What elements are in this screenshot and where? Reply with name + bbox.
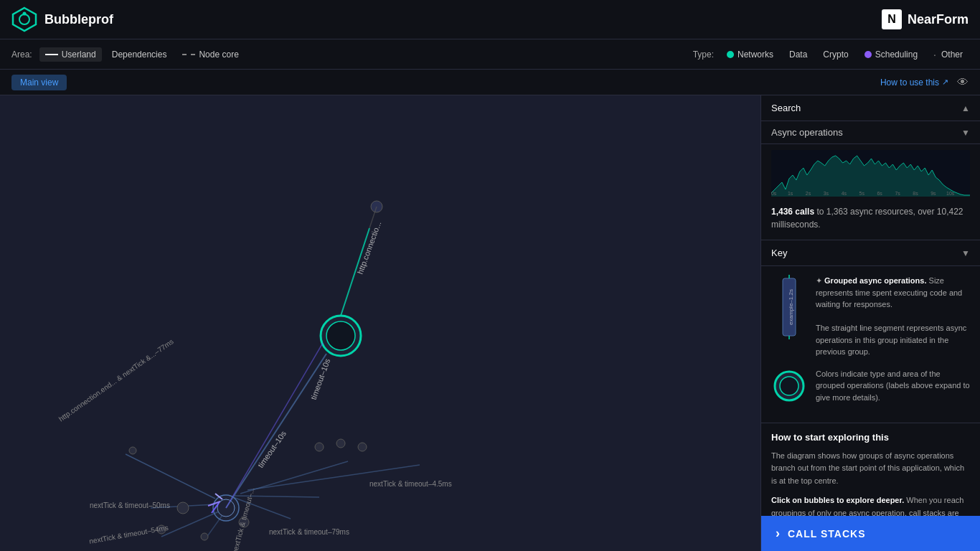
call-stacks-arrow-icon: › [776, 526, 781, 541]
svg-text:example–1.2s: example–1.2s [788, 289, 794, 325]
type-scheduling-label: Scheduling [875, 50, 918, 60]
chart-container: 0s 1s 2s 3s 4s 5s 6s 7s 8s 9s 10s [761, 144, 980, 199]
key-label: Key [771, 248, 787, 258]
search-section-header[interactable]: Search ▲ [761, 95, 980, 121]
scheduling-dot-icon [864, 51, 872, 58]
svg-text:0s: 0s [771, 191, 777, 196]
type-scheduling[interactable]: Scheduling [859, 47, 923, 62]
app-title: Bubbleprof [44, 12, 113, 27]
area-dependencies[interactable]: Dependencies [106, 47, 173, 62]
svg-text:4s: 4s [842, 191, 847, 196]
svg-point-14 [336, 439, 345, 448]
type-networks[interactable]: Networks [721, 47, 779, 62]
svg-point-15 [358, 443, 367, 451]
svg-text:6s: 6s [877, 191, 882, 196]
explore-title: How to start exploring this [771, 432, 970, 443]
explore-text1: The diagram shows how groups of async op… [771, 450, 970, 488]
viz-svg: http.connectio... timeout–10s timeout–10… [0, 95, 760, 551]
svg-text:5s: 5s [859, 191, 865, 196]
key-grouped-row: example–1.2s ✦ Grouped async operations.… [771, 275, 970, 358]
svg-text:2s: 2s [806, 191, 811, 196]
type-other[interactable]: · Other [928, 47, 969, 62]
eye-icon[interactable]: 👁 [957, 76, 969, 89]
stats-text: 1,436 calls to 1,363 async resources, ov… [761, 199, 980, 240]
key-content: example–1.2s ✦ Grouped async operations.… [761, 266, 980, 423]
type-data-label: Data [789, 50, 807, 60]
type-data[interactable]: Data [783, 47, 813, 62]
main-content: http.connectio... timeout–10s timeout–10… [0, 95, 980, 551]
explore-text2-strong: Click on bubbles to explore deeper. [771, 496, 904, 504]
type-crypto[interactable]: Crypto [817, 47, 854, 62]
svg-text:8s: 8s [913, 191, 918, 196]
key-colors-desc: Colors indicate type and area of the gro… [816, 368, 970, 404]
key-colors-row: Colors indicate type and area of the gro… [771, 368, 970, 404]
networks-dot-icon [727, 51, 734, 58]
call-stacks-button[interactable]: › CALL STACKS [761, 516, 980, 551]
bubbleprof-logo-icon [11, 6, 37, 32]
other-dot-icon: · [933, 49, 936, 60]
area-nodecore-label: Node core [199, 50, 238, 60]
area-node-core[interactable]: Node core [176, 47, 244, 62]
area-userland-label: Userland [62, 50, 96, 60]
svg-text:1s: 1s [788, 191, 793, 196]
key-colors-text: Colors indicate type and area of the gro… [816, 368, 970, 404]
key-grouped-text: ✦ Grouped async operations. Size represe… [816, 275, 970, 358]
key-grouped-visual: example–1.2s [771, 275, 807, 339]
async-ops-chevron-icon: ▼ [961, 128, 970, 138]
key-section-header[interactable]: Key ▼ [761, 240, 980, 266]
svg-point-1 [19, 14, 29, 24]
call-stacks-label: CALL STACKS [788, 528, 865, 540]
key-chevron-icon: ▼ [961, 248, 970, 258]
svg-point-13 [315, 443, 324, 451]
svg-text:nextTick & timeout–79ms: nextTick & timeout–79ms [269, 528, 349, 536]
svg-text:7s: 7s [895, 191, 900, 196]
type-crypto-label: Crypto [823, 50, 848, 60]
svg-text:9s: 9s [930, 191, 936, 196]
nearform-text: NearForm [908, 12, 969, 27]
header: Bubbleprof N NearForm [0, 0, 980, 39]
area-dependencies-label: Dependencies [112, 50, 167, 60]
async-ops-label: Async operations [771, 127, 843, 138]
userland-line-icon [45, 54, 58, 55]
svg-point-8 [326, 321, 355, 350]
sidebar: Search ▲ Async operations ▼ 0s 1s 2s 3s … [760, 95, 980, 551]
sub-toolbar: Main view How to use this ↗ 👁 [0, 70, 980, 95]
logo-area: Bubbleprof [11, 6, 113, 32]
main-view-button[interactable]: Main view [11, 75, 67, 90]
how-to-use-label: How to use this [880, 77, 939, 88]
svg-text:nextTick & timeout–4.5ms: nextTick & timeout–4.5ms [369, 480, 452, 488]
nodecore-line-icon [182, 54, 195, 55]
key-grouped-title: Grouped async operations. [824, 276, 926, 285]
svg-text:3s: 3s [824, 191, 829, 196]
nearform-n-icon: N [882, 9, 902, 29]
svg-point-27 [129, 447, 136, 454]
key-circle-visual [771, 368, 807, 404]
async-chart: 0s 1s 2s 3s 4s 5s 6s 7s 8s 9s 10s [771, 150, 970, 197]
toolbar: Area: Userland Dependencies Node core Ty… [0, 39, 980, 70]
stats-calls: 1,436 calls [771, 207, 814, 217]
svg-point-60 [780, 377, 798, 395]
svg-point-2 [23, 12, 27, 16]
key-grouped-desc2: The straight line segment represents asy… [816, 322, 970, 358]
type-label: Type: [693, 50, 714, 60]
type-networks-label: Networks [738, 50, 773, 60]
area-label: Area: [11, 50, 32, 60]
svg-point-28 [177, 502, 189, 514]
search-chevron-icon: ▲ [961, 103, 970, 113]
svg-point-30 [201, 533, 208, 540]
nearform-logo: N NearForm [882, 9, 969, 29]
how-to-use-link[interactable]: How to use this ↗ [880, 77, 948, 88]
visualization-area[interactable]: http.connectio... timeout–10s timeout–10… [0, 95, 760, 551]
search-label: Search [771, 103, 801, 113]
async-ops-select[interactable]: Async operations ▼ [761, 121, 980, 144]
svg-text:nextTick & timeout–50ms: nextTick & timeout–50ms [90, 501, 170, 509]
external-link-icon: ↗ [942, 77, 948, 87]
svg-marker-0 [13, 8, 36, 31]
svg-text:10s: 10s [946, 191, 955, 196]
type-other-label: Other [941, 50, 963, 60]
area-userland[interactable]: Userland [39, 47, 102, 62]
